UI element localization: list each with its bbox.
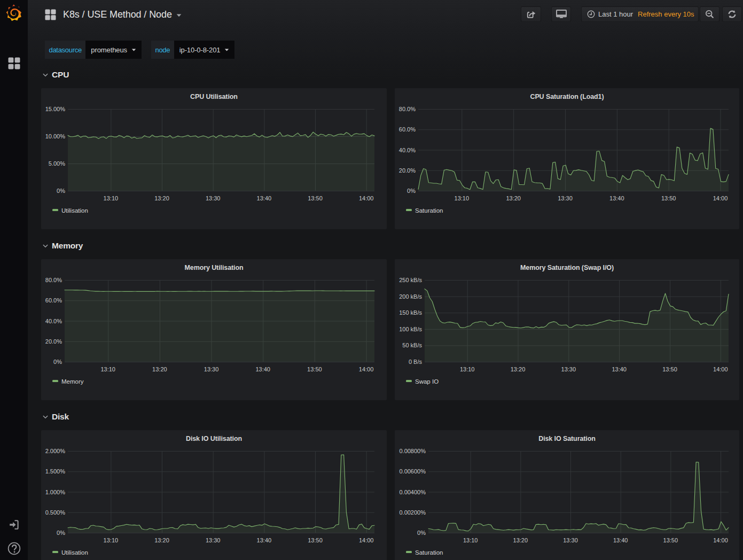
tv-icon [556,10,567,19]
cycle-view-mode-button[interactable] [551,6,571,22]
time-range-picker[interactable]: Last 1 hour Refresh every 10s [581,6,699,22]
svg-text:14:00: 14:00 [359,366,374,372]
svg-text:40.0%: 40.0% [399,147,416,153]
svg-text:100 kB/s: 100 kB/s [399,326,422,332]
chart-memory-saturation-swap-i-o[interactable]: 0 B/s50 kB/s100 kB/s150 kB/s200 kB/s250 … [395,259,739,401]
svg-text:0%: 0% [53,359,62,365]
panel-memory-utilisation: Memory Utilisation0%20.0%40.0%60.0%80.0%… [41,259,387,401]
sidebar-item-dashboards[interactable] [0,57,28,69]
legend-item-memory[interactable]: Memory [52,377,84,385]
svg-text:0 B/s: 0 B/s [409,359,423,365]
svg-text:13:20: 13:20 [513,537,528,543]
legend-series-swatch [52,209,58,211]
chart-disk-io-utilisation[interactable]: 0%0.500%1.000%1.500%2.000%13:1013:2013:3… [41,430,387,560]
legend-item-swap-io[interactable]: Swap IO [406,377,439,385]
caret-down-icon [131,49,136,51]
section-header-memory[interactable]: Memory [43,241,83,251]
logo-spiral-center [12,12,15,15]
time-range-label: Last 1 hour [598,10,633,18]
variable-value-text: ip-10-0-8-201 [179,46,221,54]
grafana-logo[interactable] [0,4,28,22]
grafana-logo-icon [5,4,23,22]
svg-text:13:30: 13:30 [563,537,578,543]
svg-text:60.0%: 60.0% [399,126,416,133]
legend-item-saturation[interactable]: Saturation [406,206,443,214]
svg-text:20.0%: 20.0% [45,338,62,345]
legend-series-swatch [52,380,58,382]
svg-text:13:30: 13:30 [558,195,573,201]
legend-series-label: Utilisation [61,207,88,214]
refresh-interval-label: Refresh every 10s [638,10,694,18]
section-title: Memory [52,241,83,251]
sidebar [0,0,28,560]
svg-text:14:00: 14:00 [359,195,374,201]
svg-text:2.000%: 2.000% [45,448,66,454]
svg-text:250 kB/s: 250 kB/s [399,277,422,283]
section-header-cpu[interactable]: CPU [43,70,69,80]
chevron-down-icon [43,244,48,248]
svg-text:10.00%: 10.00% [45,133,66,139]
panel-disk-io-saturation: Disk IO Saturation0%0.00200%0.00400%0.00… [394,430,740,560]
svg-text:5.00%: 5.00% [49,160,65,167]
legend-series-label: Saturation [415,549,443,556]
zoom-out-button[interactable] [700,6,719,22]
section-title: Disk [52,412,69,422]
sidebar-item-help[interactable] [0,542,28,555]
svg-text:13:10: 13:10 [455,195,470,201]
svg-text:13:50: 13:50 [308,195,323,201]
legend-item-saturation[interactable]: Saturation [406,548,443,556]
variable-value-datasource[interactable]: prometheus [85,41,142,59]
legend-item-utilisation[interactable]: Utilisation [52,548,88,556]
svg-text:0%: 0% [417,530,426,536]
svg-text:60.0%: 60.0% [45,297,62,304]
svg-text:200 kB/s: 200 kB/s [399,293,422,300]
section-title: CPU [52,70,69,80]
svg-text:14:00: 14:00 [359,537,374,543]
svg-text:1.000%: 1.000% [45,489,66,495]
svg-text:13:40: 13:40 [613,537,628,543]
svg-text:150 kB/s: 150 kB/s [399,309,422,316]
svg-text:0%: 0% [407,188,416,194]
panel-memory-saturation-swap-i-o: Memory Saturation (Swap I/O)0 B/s50 kB/s… [394,259,740,401]
chart-disk-io-saturation[interactable]: 0%0.00200%0.00400%0.00600%0.00800%13:101… [395,430,739,560]
variable-datasource: datasourceprometheus [45,41,142,59]
svg-text:0.00400%: 0.00400% [399,489,426,495]
svg-text:13:40: 13:40 [257,195,272,201]
svg-text:13:20: 13:20 [154,537,169,543]
chart-memory-utilisation[interactable]: 0%20.0%40.0%60.0%80.0%13:1013:2013:3013:… [41,259,387,401]
section-header-disk[interactable]: Disk [43,412,69,422]
chart-cpu-utilisation[interactable]: 0%5.00%10.00%15.00%13:1013:2013:3013:401… [41,88,387,230]
panel-cpu-utilisation: CPU Utilisation0%5.00%10.00%15.00%13:101… [41,88,387,230]
svg-text:0%: 0% [57,188,65,194]
refresh-dashboard-button[interactable] [722,6,742,22]
variable-label-node: node [151,41,174,59]
chevron-down-icon [43,73,48,77]
legend-series-swatch [406,209,412,211]
legend-series-swatch [406,380,412,382]
svg-text:0.00800%: 0.00800% [399,448,426,454]
chart-cpu-saturation-load1[interactable]: 0%20.0%40.0%60.0%80.0%13:1013:2013:3013:… [395,88,739,230]
help-icon [7,542,21,555]
svg-text:13:50: 13:50 [307,366,322,372]
svg-text:80.0%: 80.0% [45,277,62,283]
legend-item-utilisation[interactable]: Utilisation [52,206,88,214]
refresh-icon [728,10,737,19]
svg-text:0%: 0% [57,530,65,536]
svg-text:13:40: 13:40 [612,366,627,372]
svg-text:50 kB/s: 50 kB/s [402,342,422,348]
legend-series-label: Saturation [415,207,443,214]
svg-text:0.00200%: 0.00200% [399,509,426,516]
variable-label-datasource: datasource [45,41,85,59]
grafana-app: K8s / USE Method / Node Last 1 hour [0,0,743,560]
svg-text:13:10: 13:10 [104,195,119,201]
svg-text:13:30: 13:30 [206,537,221,543]
svg-text:13:20: 13:20 [152,366,167,372]
svg-text:1.500%: 1.500% [45,468,66,475]
variable-node: nodeip-10-0-8-201 [151,41,234,59]
share-dashboard-button[interactable] [521,6,541,22]
zoom-out-icon [705,10,715,19]
sidebar-item-signin[interactable] [0,519,28,530]
variable-value-node[interactable]: ip-10-0-8-201 [174,41,235,59]
dashboard-picker[interactable]: K8s / USE Method / Node [45,6,182,22]
svg-text:14:00: 14:00 [713,366,728,372]
